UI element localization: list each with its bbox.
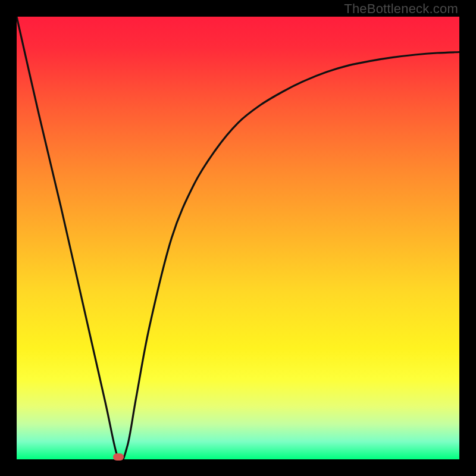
attribution-text: TheBottleneck.com	[344, 1, 458, 17]
minimum-marker	[113, 453, 124, 461]
chart-plot-area	[17, 17, 459, 459]
bottleneck-curve	[17, 17, 459, 459]
